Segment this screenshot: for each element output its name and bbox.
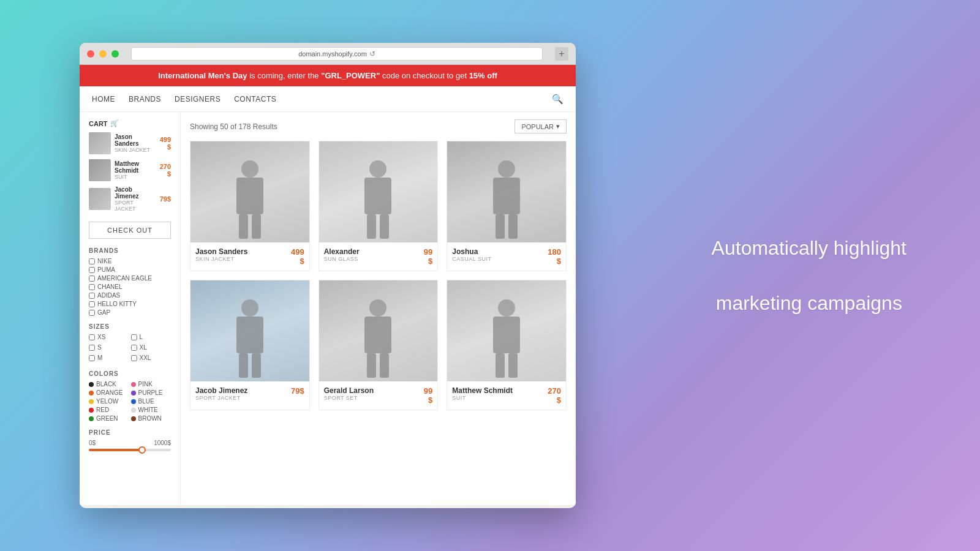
color-item: GREEN — [89, 415, 129, 422]
checkout-button[interactable]: CHECK OUT — [89, 222, 171, 239]
color-item: YELOW — [89, 398, 129, 405]
color-swatch[interactable] — [89, 391, 94, 395]
product-card[interactable]: Joshua CASUAL SUIT 180 $ — [447, 141, 567, 271]
tagline-text: Automatically highlight marketing campai… — [712, 234, 907, 317]
price-labels: 0$ 1000$ — [89, 440, 171, 446]
svg-rect-19 — [380, 353, 389, 378]
svg-rect-18 — [367, 353, 376, 378]
sort-label: POPULAR — [521, 123, 554, 130]
color-swatch[interactable] — [131, 382, 136, 387]
color-swatch[interactable] — [131, 416, 136, 421]
chevron-down-icon: ▾ — [556, 122, 560, 130]
svg-rect-21 — [493, 317, 520, 353]
color-swatch[interactable] — [89, 416, 94, 421]
svg-point-16 — [369, 299, 386, 317]
product-name: Alexander — [324, 247, 360, 256]
cart-item: Jason Sanders SKIN JACKET 499 $ — [89, 132, 171, 154]
color-swatch[interactable] — [89, 382, 94, 387]
price-slider-thumb[interactable] — [138, 446, 146, 454]
product-info: Alexander SUN GLASS 99 $ — [319, 242, 438, 271]
product-price: 270 $ — [548, 386, 561, 405]
products-area: Showing 50 of 178 Results POPULAR ▾ — [181, 112, 576, 505]
cart-item-image — [89, 188, 111, 210]
svg-rect-2 — [239, 214, 248, 239]
product-type: SUIT — [452, 395, 513, 401]
product-card[interactable]: Gerald Larson SPORT SET 99 $ — [318, 280, 439, 410]
cart-item-info: Jacob Jimenez SPORT JACKET — [115, 186, 156, 212]
product-info: Jason Sanders SKIN JACKET 499 $ — [190, 242, 309, 271]
cart-item-name: Matthew Schmidt — [115, 160, 156, 174]
close-button[interactable] — [87, 50, 94, 58]
color-item: BROWN — [131, 415, 172, 422]
tagline-area: Automatically highlight marketing campai… — [712, 234, 907, 317]
filter-item: HELLO KITTY — [89, 301, 171, 307]
colors-filter: COLORS BLACK PINK ORANGE PURPLE YELOW BL… — [89, 370, 171, 422]
product-card[interactable]: Matthew Schmidt SUIT 270 $ — [447, 280, 567, 410]
nav-brands[interactable]: BRANDS — [129, 95, 161, 103]
product-name: Jacob Jimenez — [195, 386, 247, 395]
nav-designers[interactable]: DESIGNERS — [175, 95, 221, 103]
svg-rect-14 — [239, 353, 248, 378]
filter-item: CHANEL — [89, 283, 171, 290]
color-swatch[interactable] — [131, 408, 136, 413]
price-slider[interactable] — [89, 449, 171, 451]
cart-item-type: SKIN JACKET — [115, 147, 156, 153]
cart-item: Jacob Jimenez SPORT JACKET 79$ — [89, 186, 171, 212]
filter-item: L — [131, 334, 172, 340]
product-name: Gerald Larson — [324, 386, 374, 395]
cart-item-name: Jason Sanders — [115, 133, 156, 147]
main-content: CART 🛒 Jason Sanders SKIN JACKET 499 $ — [80, 112, 576, 505]
svg-rect-15 — [252, 353, 261, 378]
product-price: 99 $ — [424, 386, 432, 405]
minimize-button[interactable] — [99, 50, 107, 58]
product-details: Joshua CASUAL SUIT — [452, 247, 491, 262]
svg-rect-23 — [508, 353, 518, 378]
cart-item-price: 79$ — [160, 195, 171, 203]
svg-rect-6 — [367, 214, 376, 239]
color-swatch[interactable] — [89, 408, 94, 413]
brands-filter: BRANDS NIKE PUMA AMERICAN EAGLE CHANEL A… — [89, 247, 171, 316]
url-text: domain.myshopify.com — [298, 50, 367, 58]
product-name: Jason Sanders — [195, 247, 247, 256]
promo-code: "GRL_POWER" — [321, 71, 380, 80]
product-name: Matthew Schmidt — [452, 386, 513, 395]
cart-item-price: 499 $ — [160, 136, 171, 151]
cart-item-type: SUIT — [115, 174, 156, 180]
color-swatch[interactable] — [131, 391, 136, 395]
filter-item: XL — [131, 344, 172, 351]
filter-item: S — [89, 344, 129, 351]
product-card[interactable]: Jason Sanders SKIN JACKET 499 $ — [190, 141, 310, 271]
color-swatch[interactable] — [131, 399, 136, 404]
color-item: WHITE — [131, 407, 172, 413]
price-min: 0$ — [89, 440, 96, 446]
filter-item: XS — [89, 334, 129, 340]
tagline-line3: marketing campaigns — [716, 291, 902, 313]
reload-icon[interactable]: ↺ — [369, 50, 375, 58]
cart-item: Matthew Schmidt SUIT 270 $ — [89, 159, 171, 181]
address-bar[interactable]: domain.myshopify.com ↺ — [131, 47, 543, 61]
nav-contacts[interactable]: CONTACTS — [234, 95, 276, 103]
color-swatch[interactable] — [89, 399, 94, 404]
filter-item: PUMA — [89, 266, 171, 273]
product-details: Matthew Schmidt SUIT — [452, 386, 513, 401]
product-info: Jacob Jimenez SPORT JACKET 79$ — [190, 381, 309, 406]
product-image — [190, 141, 309, 242]
svg-point-20 — [498, 299, 515, 317]
sort-button[interactable]: POPULAR ▾ — [514, 119, 567, 133]
svg-rect-7 — [380, 214, 389, 239]
tagline-line1: Automatically highlight — [712, 237, 907, 259]
nav-home[interactable]: HOME — [92, 95, 115, 103]
product-info: Joshua CASUAL SUIT 180 $ — [447, 242, 566, 271]
promo-banner: International Men's Day is coming, enter… — [80, 65, 576, 86]
search-icon[interactable]: 🔍 — [552, 94, 564, 105]
results-count: Showing 50 of 178 Results — [190, 122, 277, 131]
new-tab-button[interactable]: + — [555, 47, 568, 61]
cart-item-name: Jacob Jimenez — [115, 186, 156, 200]
color-item: PINK — [131, 381, 172, 388]
price-slider-fill — [89, 449, 142, 451]
product-card[interactable]: Jacob Jimenez SPORT JACKET 79$ — [190, 280, 310, 410]
maximize-button[interactable] — [111, 50, 119, 58]
promo-text-after: code on checkout to get — [382, 71, 469, 80]
product-info: Gerald Larson SPORT SET 99 $ — [319, 381, 438, 410]
product-card[interactable]: Alexander SUN GLASS 99 $ — [318, 141, 439, 271]
